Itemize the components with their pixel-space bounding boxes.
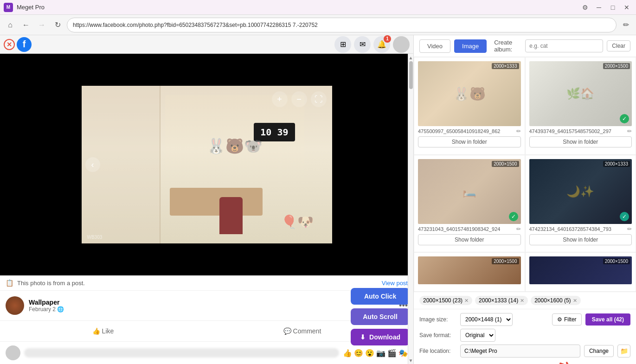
filter-button[interactable]: ⚙ Filter: [552, 313, 582, 326]
post-author-name: Wallpaper: [29, 299, 64, 306]
save-format-row: Save format: Original: [419, 329, 630, 342]
photo-image: 10 39 🐰🐻🐨 🎈🐶 + − ⛶ ‹ WB303: [82, 86, 332, 243]
image-thumb-4[interactable]: 🌙✨ 2000×1333 ✓: [529, 159, 632, 224]
post-date: February 2 🌐: [29, 306, 64, 313]
like-button[interactable]: 👍 Like: [87, 325, 120, 338]
zoom-in-button[interactable]: +: [272, 91, 288, 107]
filter-tag-3[interactable]: 2000×1600 (5) ✕: [531, 296, 580, 305]
img-1-show-folder-button[interactable]: Show in folder: [418, 136, 521, 147]
save-all-button[interactable]: Save all (42): [585, 313, 630, 326]
filter-label: Filter: [564, 316, 577, 323]
view-post-button[interactable]: View post: [382, 280, 408, 287]
forward-button[interactable]: →: [35, 19, 48, 32]
filter-tag-3-close[interactable]: ✕: [573, 298, 577, 304]
filter-tag-2[interactable]: 2000×1333 (14) ✕: [475, 296, 528, 305]
img-3-show-folder-button[interactable]: Show folder: [418, 234, 521, 245]
image-thumb-6[interactable]: 2000×1500: [529, 256, 632, 284]
right-panel: Video Image Create album: Clear 🐰🐻 2000×…: [413, 35, 636, 364]
comment-input-blurred: [24, 348, 339, 358]
image-size-select[interactable]: 2000×1448 (1): [460, 313, 513, 326]
notification-badge: 1: [384, 35, 391, 43]
img-5-dimensions: 2000×1500: [492, 258, 519, 264]
save-format-label: Save format:: [419, 332, 456, 338]
img-4-edit-icon[interactable]: ✏: [627, 226, 632, 232]
home-button[interactable]: ⌂: [4, 19, 17, 32]
img-4-show-folder-button[interactable]: Show in folder: [529, 234, 632, 245]
bookmark-button[interactable]: ✏: [619, 19, 632, 32]
img-6-dimensions: 2000×1500: [603, 258, 630, 264]
tab-video[interactable]: Video: [419, 39, 450, 53]
fb-messenger-button[interactable]: ✉: [354, 36, 371, 53]
img-2-filename: 474393749_640157548575002_297: [529, 128, 626, 134]
img-3-dimensions: 2000×1500: [492, 161, 519, 167]
app-logo: M: [4, 3, 13, 12]
scroll-thumb[interactable]: [409, 61, 413, 89]
auto-scroll-button[interactable]: Auto Scroll: [351, 308, 410, 325]
zoom-out-button[interactable]: −: [291, 91, 307, 107]
file-location-input[interactable]: [460, 345, 580, 358]
fb-notification-button[interactable]: 🔔 1: [373, 36, 390, 53]
image-thumb-3[interactable]: 🛏️ 2000×1500 ✓: [418, 159, 521, 224]
facebook-logo-icon: f: [17, 37, 32, 52]
filter-tag-1[interactable]: 2000×1500 (23) ✕: [419, 296, 472, 305]
scroll-up-arrow[interactable]: ▲: [408, 54, 413, 61]
download-label: Download: [369, 333, 400, 341]
filter-tag-1-close[interactable]: ✕: [464, 298, 469, 304]
image-grid: 🐰🐻 2000×1333 475500997_650058410918249_8…: [414, 57, 636, 292]
format-select[interactable]: Original: [460, 329, 495, 342]
minimize-button[interactable]: ─: [593, 2, 604, 13]
emoji-5[interactable]: 🎬: [387, 349, 397, 358]
emoji-1[interactable]: 👍: [343, 349, 352, 358]
prev-photo-button[interactable]: ‹: [85, 157, 100, 172]
emoji-2[interactable]: 😊: [354, 349, 363, 358]
settings-button[interactable]: ⚙: [579, 2, 591, 13]
maximize-button[interactable]: □: [607, 2, 618, 13]
tab-image[interactable]: Image: [454, 39, 487, 53]
close-tab-button[interactable]: ✕: [4, 39, 15, 50]
album-input[interactable]: [525, 39, 603, 52]
filter-tag-3-label: 2000×1600 (5): [534, 297, 571, 304]
download-button[interactable]: ⬇ Download: [351, 329, 410, 345]
back-button[interactable]: ←: [19, 19, 32, 32]
right-panel-footer: Image size: 2000×1448 (1) ⚙ Filter Save …: [414, 309, 636, 364]
emoji-bar: 👍 😊 😮 📷 🎬 🎭: [343, 349, 408, 358]
emoji-3[interactable]: 😮: [365, 349, 374, 358]
img-2-edit-icon[interactable]: ✏: [627, 128, 632, 134]
fb-grid-button[interactable]: ⊞: [334, 36, 351, 53]
facebook-header-icons: ⊞ ✉ 🔔 1: [334, 36, 410, 53]
post-author-info: Wallpaper February 2 🌐: [29, 299, 64, 313]
scroll-down-arrow[interactable]: ▼: [408, 357, 413, 364]
image-thumb-2[interactable]: 🌿🏠 2000×1500 ✓: [529, 61, 632, 126]
img-2-show-folder-button[interactable]: Show in folder: [529, 136, 632, 147]
image-thumb-1[interactable]: 🐰🐻 2000×1333: [418, 61, 521, 126]
img-1-dimensions: 2000×1333: [492, 63, 519, 69]
url-input[interactable]: [67, 18, 617, 32]
watermark: WB303: [87, 235, 103, 240]
clear-button[interactable]: Clear: [607, 40, 630, 51]
change-button[interactable]: Change: [584, 345, 614, 357]
image-size-label: Image size:: [419, 316, 456, 323]
desk-object: [170, 188, 263, 216]
comment-user-avatar: [6, 345, 20, 360]
folder-icon-button[interactable]: 📁: [617, 345, 630, 358]
fb-user-avatar[interactable]: [393, 36, 410, 53]
filter-tags-bar: 2000×1500 (23) ✕ 2000×1333 (14) ✕ 2000×1…: [414, 292, 636, 309]
image-thumb-5[interactable]: 2000×1500: [418, 256, 521, 284]
img-1-edit-icon[interactable]: ✏: [516, 128, 521, 134]
img-1-filename: 475500997_650058410918249_862: [418, 128, 514, 134]
close-button[interactable]: ✕: [621, 2, 632, 13]
image-size-row: Image size: 2000×1448 (1) ⚙ Filter Save …: [419, 313, 630, 326]
auto-click-button[interactable]: Auto Click: [351, 288, 410, 305]
emoji-4[interactable]: 📷: [376, 349, 385, 358]
image-card-6: 2000×1500: [525, 252, 636, 292]
photo-viewer: 10 39 🐰🐻🐨 🎈🐶 + − ⛶ ‹ WB303: [0, 54, 413, 275]
download-icon: ⬇: [360, 333, 366, 341]
album-label: Create album:: [494, 39, 521, 53]
refresh-button[interactable]: ↻: [51, 19, 64, 32]
emoji-6[interactable]: 🎭: [398, 349, 408, 358]
comment-button[interactable]: 💬 Comment: [278, 325, 327, 338]
img-3-edit-icon[interactable]: ✏: [516, 226, 521, 232]
filter-tag-2-close[interactable]: ✕: [520, 298, 524, 304]
image-card-3: 🛏️ 2000×1500 ✓ 473231043_640157481908342…: [414, 155, 525, 253]
fullscreen-button[interactable]: ⛶: [311, 91, 327, 107]
